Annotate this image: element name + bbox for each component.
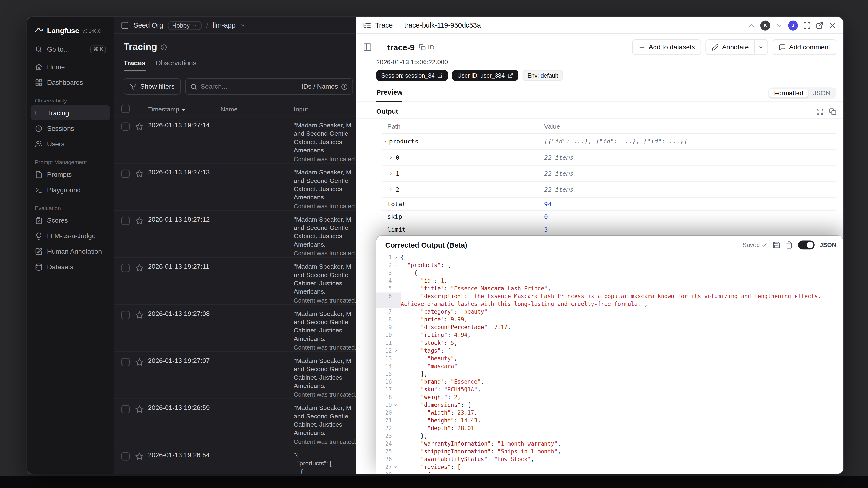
row-checkbox[interactable] xyxy=(121,452,130,460)
star-icon[interactable] xyxy=(135,122,144,131)
trace-row[interactable]: 2026-01-13 19:27:13 "Madam Speaker, Mand… xyxy=(114,163,356,211)
row-checkbox[interactable] xyxy=(121,122,130,131)
code-text[interactable]: }, xyxy=(401,432,843,440)
sidebar-item[interactable]: Users xyxy=(31,136,110,151)
column-input[interactable]: Input xyxy=(294,105,356,112)
code-text[interactable]: { xyxy=(401,254,843,262)
annotate-button[interactable]: Annotate xyxy=(706,40,754,54)
code-text[interactable]: "discountPercentage": 7.17, xyxy=(401,324,843,332)
sidebar-item[interactable]: Tracing xyxy=(31,105,110,120)
column-timestamp[interactable]: Timestamp xyxy=(148,105,221,112)
output-row[interactable]: total 94 xyxy=(382,198,836,211)
search-scope-select[interactable]: IDs / Names xyxy=(302,83,348,90)
json-editor[interactable]: 1 { 2 "products": [ xyxy=(376,252,843,474)
tab-observations[interactable]: Observations xyxy=(156,59,196,71)
fold-arrow-icon[interactable] xyxy=(392,262,400,269)
code-text[interactable]: { xyxy=(401,269,843,277)
code-text[interactable]: "brand": "Essence", xyxy=(401,378,843,386)
sidebar-toggle-icon[interactable] xyxy=(121,21,129,29)
prev-trace-chevron-up-icon[interactable] xyxy=(748,21,755,29)
trace-row[interactable]: 2026-01-13 19:26:54 "{ "products": [ { xyxy=(114,446,356,474)
trace-row[interactable]: 2026-01-13 19:27:11 "Madam Speaker, Mand… xyxy=(114,257,356,305)
sidebar-item[interactable]: Home xyxy=(31,59,110,74)
code-text[interactable]: { xyxy=(401,471,843,474)
sidebar-item[interactable]: LLM-as-a-Judge xyxy=(31,228,110,243)
code-text[interactable]: "warrantyInformation": "1 month warranty… xyxy=(401,440,843,448)
row-checkbox[interactable] xyxy=(121,358,130,366)
json-toggle[interactable] xyxy=(798,241,815,250)
show-filters-button[interactable]: Show filters xyxy=(124,78,181,95)
chevron-right-icon[interactable] xyxy=(389,155,394,160)
add-to-datasets-button[interactable]: Add to datasets xyxy=(632,39,701,55)
star-icon[interactable] xyxy=(135,311,144,319)
save-icon[interactable] xyxy=(773,241,780,249)
sidebar-item[interactable]: Human Annotation xyxy=(31,244,110,259)
annotate-dropdown-button[interactable] xyxy=(754,40,768,54)
chevron-down-icon[interactable] xyxy=(240,23,246,28)
timeline-toggle-icon[interactable] xyxy=(363,43,372,52)
output-row[interactable]: 1 22 items xyxy=(382,166,836,182)
code-text[interactable]: "reviews": [ xyxy=(401,463,843,471)
code-text[interactable]: "products": [ xyxy=(401,262,843,269)
plan-badge[interactable]: Hobby xyxy=(168,21,202,30)
star-icon[interactable] xyxy=(135,264,144,272)
row-checkbox[interactable] xyxy=(121,217,130,225)
expand-icon[interactable] xyxy=(816,108,824,115)
shortcut-k-badge[interactable]: K xyxy=(761,20,770,30)
star-icon[interactable] xyxy=(135,358,144,366)
output-row[interactable]: limit 3 xyxy=(382,223,836,236)
org-name[interactable]: Seed Org xyxy=(133,21,163,29)
code-text[interactable]: "rating": 4.94, xyxy=(401,332,843,339)
info-icon[interactable] xyxy=(160,43,168,51)
row-checkbox[interactable] xyxy=(121,405,130,414)
goto-search[interactable]: Go to... ⌘ K xyxy=(31,42,110,57)
trace-row[interactable]: 2026-01-13 19:27:12 "Madam Speaker, Mand… xyxy=(114,211,356,257)
toggle-json[interactable]: JSON xyxy=(808,89,835,98)
trace-row[interactable]: 2026-01-13 19:27:08 "Madam Speaker, Mand… xyxy=(114,305,356,352)
output-row[interactable]: 2 22 items xyxy=(382,182,836,198)
code-text[interactable]: "stock": 5, xyxy=(401,339,843,347)
next-trace-chevron-down-icon[interactable] xyxy=(775,21,783,29)
open-external-icon[interactable] xyxy=(816,21,824,29)
code-text[interactable]: ], xyxy=(401,370,843,378)
code-text[interactable]: "description": "The Essence Mascara Lash… xyxy=(401,293,843,308)
chevron-right-icon[interactable] xyxy=(389,171,394,176)
copy-icon[interactable] xyxy=(829,108,836,115)
select-all-checkbox[interactable] xyxy=(121,105,130,113)
code-text[interactable]: "weight": 2, xyxy=(401,394,843,401)
code-text[interactable]: "width": 23.17, xyxy=(401,409,843,417)
trace-row[interactable]: 2026-01-13 19:27:07 "Madam Speaker, Mand… xyxy=(114,352,356,399)
code-text[interactable]: "mascara" xyxy=(401,363,843,370)
code-text[interactable]: "beauty", xyxy=(401,355,843,363)
sidebar-item[interactable]: Sessions xyxy=(31,121,110,136)
tab-traces[interactable]: Traces xyxy=(124,59,146,71)
code-text[interactable]: "sku": "RCH45Q1A", xyxy=(401,386,843,394)
copy-id[interactable]: ID xyxy=(419,44,434,51)
output-row[interactable]: 0 22 items xyxy=(382,150,836,165)
trace-row[interactable]: 2026-01-13 19:27:14 "Madam Speaker, Mand… xyxy=(114,116,356,163)
star-icon[interactable] xyxy=(135,405,144,414)
meta-badge[interactable]: Env: default xyxy=(522,70,563,81)
code-text[interactable]: "price": 9.99, xyxy=(401,316,843,324)
tab-preview[interactable]: Preview xyxy=(376,89,403,102)
output-row[interactable]: products [{"id": ...}, {"id": ...}, {"id… xyxy=(382,133,836,150)
chevron-down-icon[interactable] xyxy=(382,139,388,144)
row-checkbox[interactable] xyxy=(121,170,130,178)
code-text[interactable]: "category": "beauty", xyxy=(401,308,843,316)
star-icon[interactable] xyxy=(135,170,144,178)
trace-row[interactable]: 2026-01-13 19:26:59 "Madam Speaker, Mand… xyxy=(114,399,356,446)
chevron-right-icon[interactable] xyxy=(389,187,394,192)
code-text[interactable]: "depth": 28.01 xyxy=(401,425,843,432)
sidebar-item[interactable]: Playground xyxy=(31,182,110,197)
trash-icon[interactable] xyxy=(785,241,793,249)
shortcut-j-badge[interactable]: J xyxy=(788,20,798,30)
row-checkbox[interactable] xyxy=(121,264,130,272)
meta-badge[interactable]: Session: session_84 xyxy=(376,70,448,81)
code-text[interactable]: "availabilityStatus": "Low Stock", xyxy=(401,456,843,463)
code-text[interactable]: "tags": [ xyxy=(401,347,843,355)
sidebar-item[interactable]: Scores xyxy=(31,213,110,228)
search-input[interactable] xyxy=(200,83,298,90)
sidebar-item[interactable]: Dashboards xyxy=(31,75,110,90)
code-text[interactable]: "shippingInformation": "Ships in 1 month… xyxy=(401,448,843,456)
code-text[interactable]: "title": "Essence Mascara Lash Prince", xyxy=(401,285,843,293)
